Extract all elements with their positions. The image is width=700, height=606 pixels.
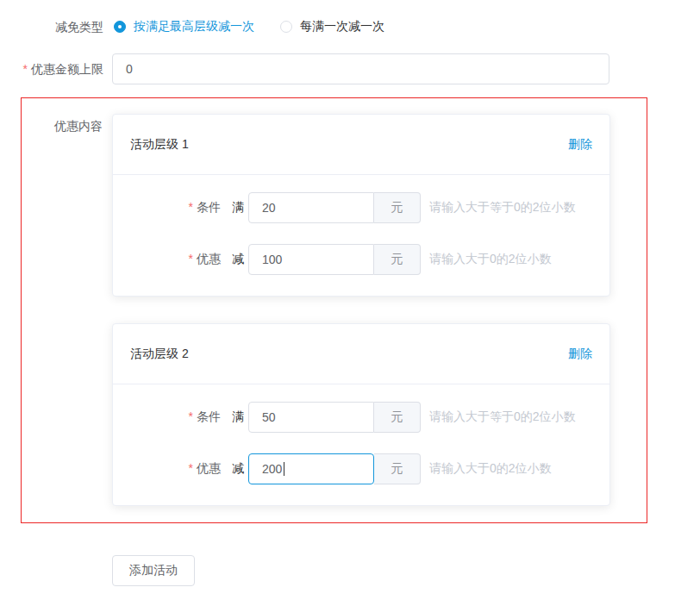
- discount-hint: 请输入大于0的2位小数: [429, 252, 552, 267]
- tier-title: 活动层级 1: [130, 137, 189, 153]
- required-asterisk: *: [189, 200, 193, 214]
- text-cursor: [284, 462, 284, 476]
- condition-hint: 请输入大于等于0的2位小数: [429, 200, 576, 216]
- discount-input[interactable]: 100: [248, 244, 374, 275]
- discount-cap-row: *优惠金额上限 0: [0, 53, 700, 84]
- tier-card-2: 活动层级 2 删除 *条件 满 50 元 请输入大于等于0的2位小数 *优惠 减: [112, 323, 610, 506]
- reduction-type-label: 减免类型: [0, 18, 103, 35]
- condition-value: 50: [262, 410, 276, 424]
- discount-cap-input[interactable]: 0: [112, 53, 609, 84]
- radio-selected-icon[interactable]: [114, 21, 126, 33]
- tier-title: 活动层级 2: [130, 347, 189, 362]
- discount-label-text: 优惠: [197, 252, 221, 266]
- tier-card-body: *条件 满 50 元 请输入大于等于0的2位小数 *优惠 减 200 元 请输入…: [113, 384, 609, 505]
- discount-value: 100: [262, 253, 282, 266]
- condition-label: *条件: [130, 409, 221, 425]
- unit-append: 元: [374, 244, 421, 275]
- discount-label: *优惠: [130, 252, 221, 267]
- condition-value: 20: [262, 201, 276, 215]
- discount-row: *优惠 减 200 元 请输入大于0的2位小数: [130, 453, 592, 484]
- add-activity-button[interactable]: 添加活动: [112, 555, 195, 586]
- discount-cap-value: 0: [126, 62, 133, 76]
- required-asterisk: *: [189, 461, 193, 475]
- discount-hint: 请输入大于0的2位小数: [429, 461, 552, 477]
- radio-option-label[interactable]: 每满一次减一次: [300, 19, 384, 34]
- condition-hint: 请输入大于等于0的2位小数: [429, 409, 576, 425]
- condition-label-text: 条件: [197, 409, 221, 423]
- discount-label-text: 优惠: [197, 461, 221, 475]
- reduction-type-radio-group: 按满足最高层级减一次 每满一次减一次: [114, 19, 384, 34]
- discount-cap-label: *优惠金额上限: [0, 60, 103, 78]
- condition-prefix: 满: [232, 200, 244, 216]
- unit-append: 元: [374, 402, 421, 433]
- condition-input[interactable]: 50: [248, 402, 374, 433]
- reduction-type-row: 减免类型 按满足最高层级减一次 每满一次减一次: [0, 0, 700, 35]
- radio-option-highest-tier[interactable]: 按满足最高层级减一次: [114, 19, 254, 34]
- discount-value: 200: [262, 462, 282, 476]
- discount-row: *优惠 减 100 元 请输入大于0的2位小数: [130, 244, 592, 275]
- delete-tier-link[interactable]: 删除: [568, 137, 592, 153]
- unit-append: 元: [374, 192, 421, 223]
- unit-append: 元: [374, 453, 421, 484]
- discount-prefix: 减: [232, 461, 244, 477]
- discount-content-section: 优惠内容 活动层级 1 删除 *条件 满 20 元 请输入大于等于0的2位小数: [21, 97, 647, 523]
- required-asterisk: *: [23, 62, 28, 76]
- radio-unselected-icon[interactable]: [280, 21, 292, 33]
- radio-option-label[interactable]: 按满足最高层级减一次: [134, 19, 254, 34]
- discount-content-label: 优惠内容: [22, 119, 103, 134]
- required-asterisk: *: [189, 252, 193, 266]
- discount-label: *优惠: [130, 461, 221, 477]
- discount-prefix: 减: [232, 252, 244, 267]
- radio-option-every-time[interactable]: 每满一次减一次: [280, 19, 384, 34]
- required-asterisk: *: [189, 409, 193, 423]
- tier-card-header: 活动层级 1 删除: [113, 115, 609, 175]
- condition-row: *条件 满 50 元 请输入大于等于0的2位小数: [130, 402, 592, 433]
- tier-card-1: 活动层级 1 删除 *条件 满 20 元 请输入大于等于0的2位小数 *优惠 减: [112, 114, 610, 297]
- tier-card-header: 活动层级 2 删除: [113, 324, 609, 384]
- condition-input[interactable]: 20: [248, 192, 374, 223]
- tier-cards: 活动层级 1 删除 *条件 满 20 元 请输入大于等于0的2位小数 *优惠 减: [112, 114, 610, 506]
- condition-label-text: 条件: [197, 200, 221, 214]
- delete-tier-link[interactable]: 删除: [568, 347, 592, 362]
- discount-input-focused[interactable]: 200: [248, 453, 374, 484]
- condition-prefix: 满: [232, 409, 244, 425]
- condition-row: *条件 满 20 元 请输入大于等于0的2位小数: [130, 192, 592, 223]
- tier-card-body: *条件 满 20 元 请输入大于等于0的2位小数 *优惠 减 100 元 请输入…: [113, 175, 609, 296]
- condition-label: *条件: [130, 200, 221, 216]
- discount-cap-label-text: 优惠金额上限: [31, 62, 103, 76]
